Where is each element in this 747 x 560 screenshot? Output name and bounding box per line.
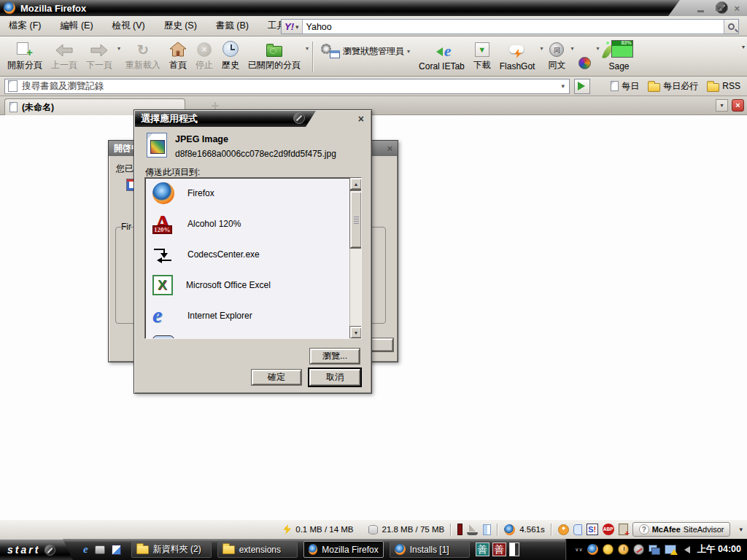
forward-button[interactable]: 下一頁 [82,38,117,74]
persona-extension-icon[interactable] [558,524,569,535]
tray-messenger-icon[interactable] [603,544,614,555]
panel-extension-icon[interactable] [483,524,491,535]
tray-firefox-icon[interactable] [587,544,598,555]
downloads-label: 下載 [473,59,491,71]
scroll-up-icon[interactable]: ▲ [350,178,362,190]
list-item-alcohol[interactable]: A120% Alcohol 120% [145,209,361,239]
flashgot-dropdown-icon[interactable]: ▾ [540,45,543,52]
bookmark-daily[interactable]: 每日 [608,79,641,93]
stop-button[interactable]: × 停止 [191,38,217,74]
session-manager-button[interactable]: 瀏覽狀態管理員 ▾ [317,38,414,74]
cancel-button[interactable]: 取消 [309,369,360,386]
close-tab-button[interactable]: × [732,99,744,112]
scroll-down-icon[interactable]: ▼ [350,327,362,338]
ok-button[interactable]: 確定 [252,370,301,385]
siteadvisor-button[interactable]: ? McAfee SiteAdvisor [632,522,731,537]
ime-indicator-1[interactable]: 善 [476,542,489,556]
close-button[interactable]: × [734,4,740,13]
firefox-window-icon [4,2,15,14]
toolbar-overflow-icon[interactable]: ▾ [742,44,745,50]
location-dropdown-icon[interactable]: ▾ [560,82,566,90]
siteadvisor-dropdown-icon[interactable]: ▾ [739,526,743,533]
start-button[interactable]: start [0,539,73,560]
tab-list-dropdown-icon[interactable]: ▾ [716,99,728,112]
tray-alert-icon[interactable] [665,545,676,554]
bookmark-rss[interactable]: RSS [705,79,743,93]
restore-button[interactable] [716,5,722,11]
forward-label: 下一頁 [86,59,112,71]
tongwen-button[interactable]: 同 同文 [543,38,570,74]
bookmark-daily-must[interactable]: 每日必行 [646,79,700,93]
globe-extension-button[interactable] [574,38,595,74]
tray-network-icon[interactable] [649,545,660,555]
yahoo-search-input[interactable] [303,20,724,34]
yahoo-engine-selector[interactable]: Y! ▾ [282,20,303,34]
list-item-partial[interactable] [145,331,361,339]
home-button[interactable]: 首頁 [165,38,191,74]
choose-dialog-close-icon[interactable]: × [358,114,364,124]
list-scrollbar[interactable]: ▲ ▼ [349,178,361,338]
list-item-internet-explorer[interactable]: e Internet Explorer [145,300,361,331]
siteadvisor-label: SiteAdvisor [684,525,724,534]
closed-tabs-dropdown-icon[interactable]: ▾ [306,45,309,52]
status-separator-2 [497,524,498,536]
tongwen-dropdown-icon[interactable]: ▾ [570,45,573,52]
flashgot-icon [508,44,527,59]
list-item-codecscenter[interactable]: CodecsCenter.exe [145,239,361,270]
back-button[interactable]: 上一頁 [47,38,82,74]
flashgot-label: FlashGot [500,61,535,71]
menu-bookmarks[interactable]: 書籤 (B) [216,20,249,32]
window-title: Mozilla Firefox [20,3,86,14]
list-item-excel[interactable]: X Microsoft Office Excel [145,270,361,300]
greasemonkey-icon[interactable] [573,524,582,535]
stylish-icon[interactable]: S! [587,524,598,535]
list-item-firefox[interactable]: Firefox [145,178,361,209]
application-list[interactable]: Firefox A120% Alcohol 120% CodecsCenter.… [144,177,362,339]
ok-button-label: 確定 [268,371,285,384]
coral-ietab-button[interactable]: e Coral IETab [414,38,469,74]
session-manager-label: 瀏覽狀態管理員 [343,45,404,58]
clipboard-extension-icon[interactable] [619,524,628,535]
ime-keyboard-icon[interactable] [509,542,519,556]
downloads-button[interactable]: ▼ 下載 [469,38,495,74]
search-go-segment[interactable] [724,20,738,34]
taskbar-button-new-folder[interactable]: 新資料夾 (2) [131,541,212,558]
boat-extension-icon[interactable] [467,524,479,535]
flashgot-button[interactable]: FlashGot [495,38,540,74]
menu-file[interactable]: 檔案 (F) [9,20,41,32]
opening-dialog-close-icon[interactable]: × [387,144,392,153]
reload-button[interactable]: ↻ 重新載入 [121,38,165,74]
start-circle-icon [44,545,55,556]
closed-tabs-button[interactable]: 已關閉的分頁 [244,38,305,74]
ime-indicator-2[interactable]: 善 [492,542,506,556]
tab-progress-icon[interactable] [457,524,462,535]
adblock-plus-icon[interactable]: ABP [603,524,614,535]
tray-collapse-chevron-icon[interactable]: ∨∨ [575,548,582,551]
new-tab-button[interactable]: + 開新分頁 [3,38,47,74]
quick-launch-show-desktop-icon[interactable] [95,545,105,554]
sage-icon: 83% [604,40,633,59]
browse-button[interactable]: 瀏覽... [310,349,360,364]
menu-history[interactable]: 歷史 (S) [164,20,197,32]
location-bar[interactable]: 搜尋書籤及瀏覽記錄 ▾ [4,79,570,94]
quick-launch-ie-icon[interactable]: e [83,543,88,556]
menu-edit[interactable]: 編輯 (E) [60,20,93,32]
taskbar-button-firefox[interactable]: Mozilla Firefox [303,541,384,558]
history-button[interactable]: 歷史 [217,38,244,74]
codecscenter-app-label: CodecsCenter.exe [187,249,260,260]
quick-launch-item-icon[interactable] [112,545,121,555]
excel-app-icon: X [152,275,173,295]
choose-dialog-titlebar[interactable]: 選擇應用程式 × [134,110,371,128]
taskbar-button-extensions[interactable]: extensions [217,541,298,558]
forward-history-dropdown-icon[interactable]: ▾ [117,45,120,52]
taskbar-button-installs[interactable]: Installs [1] [390,541,470,558]
tray-utility-icon[interactable] [633,544,644,555]
sage-button[interactable]: 83% Sage [600,38,638,74]
scrollbar-thumb[interactable] [350,191,362,248]
go-button[interactable] [574,79,590,94]
globe-dropdown-icon[interactable]: ▾ [596,45,599,52]
tray-clock-app-icon[interactable] [618,544,629,555]
menu-view[interactable]: 檢視 (V) [112,20,145,32]
tray-volume-icon[interactable] [681,546,690,553]
minimize-button[interactable] [697,10,704,12]
